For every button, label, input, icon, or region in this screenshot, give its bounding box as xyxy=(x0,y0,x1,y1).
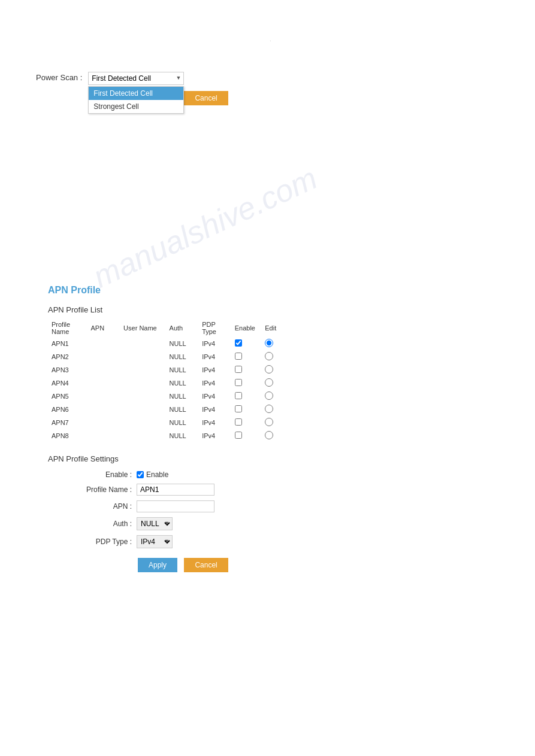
edit-radio-1[interactable] xyxy=(265,352,273,360)
table-header-row: Profile Name APN User Name Auth PDP Type… xyxy=(48,319,288,337)
power-scan-select-wrapper[interactable]: First Detected Cell Strongest Cell xyxy=(88,72,184,85)
edit-radio-4[interactable] xyxy=(265,391,273,400)
cell-profile-name: APN8 xyxy=(48,429,87,442)
dropdown-item-strongest[interactable]: Strongest Cell xyxy=(89,100,183,113)
profile-name-label: Profile Name : xyxy=(48,485,132,494)
cell-edit[interactable] xyxy=(261,350,288,363)
cell-enable[interactable] xyxy=(231,429,262,442)
cell-pdp-type: IPv4 xyxy=(198,337,231,350)
cell-edit[interactable] xyxy=(261,390,288,403)
edit-radio-3[interactable] xyxy=(265,378,273,387)
cell-enable[interactable] xyxy=(231,363,262,377)
cell-enable[interactable] xyxy=(231,416,262,429)
table-row: APN6 NULL IPv4 xyxy=(48,403,288,416)
power-scan-btn-row: Apply Cancel xyxy=(138,91,499,105)
table-row: APN3 NULL IPv4 xyxy=(48,363,288,377)
edit-radio-2[interactable] xyxy=(265,365,273,374)
enable-checkbox-3[interactable] xyxy=(235,379,242,386)
cell-edit[interactable] xyxy=(261,416,288,429)
enable-checkbox-4[interactable] xyxy=(235,392,242,399)
cell-auth: NULL xyxy=(166,337,199,350)
enable-checkbox-1[interactable] xyxy=(235,353,242,360)
cell-profile-name: APN3 xyxy=(48,363,87,377)
cell-user-name xyxy=(120,337,165,350)
power-scan-label: Power Scan : xyxy=(36,72,82,82)
power-scan-select[interactable]: First Detected Cell Strongest Cell xyxy=(88,72,184,85)
cell-apn xyxy=(87,350,120,363)
cell-user-name xyxy=(120,390,165,403)
table-row: APN5 NULL IPv4 xyxy=(48,390,288,403)
enable-checkbox-6[interactable] xyxy=(235,418,242,426)
cell-profile-name: APN2 xyxy=(48,350,87,363)
enable-label: Enable : xyxy=(48,470,132,479)
cell-pdp-type: IPv4 xyxy=(198,390,231,403)
apn-label: APN : xyxy=(48,502,132,511)
cell-auth: NULL xyxy=(166,429,199,442)
edit-radio-0[interactable] xyxy=(265,339,273,347)
cell-pdp-type: IPv4 xyxy=(198,416,231,429)
apn-profile-title: APN Profile xyxy=(48,285,499,296)
pdp-type-select-wrapper[interactable]: IPv4 IPv6 IPv4v6 xyxy=(137,535,173,548)
cell-user-name xyxy=(120,429,165,442)
cell-user-name xyxy=(120,363,165,377)
cell-user-name xyxy=(120,377,165,390)
th-user-name: User Name xyxy=(120,319,165,337)
th-pdp-type: PDP Type xyxy=(198,319,231,337)
cell-user-name xyxy=(120,403,165,416)
th-auth: Auth xyxy=(166,319,199,337)
auth-select-wrapper[interactable]: NULL PAP CHAP PAP/CHAP xyxy=(137,517,173,530)
edit-radio-5[interactable] xyxy=(265,405,273,413)
cell-enable[interactable] xyxy=(231,403,262,416)
cell-edit[interactable] xyxy=(261,403,288,416)
enable-checkbox-2[interactable] xyxy=(235,366,242,373)
dropdown-item-first-detected[interactable]: First Detected Cell xyxy=(89,87,183,100)
cell-profile-name: APN4 xyxy=(48,377,87,390)
cell-edit[interactable] xyxy=(261,363,288,377)
auth-label: Auth : xyxy=(48,520,132,528)
cell-enable[interactable] xyxy=(231,337,262,350)
cell-pdp-type: IPv4 xyxy=(198,403,231,416)
cell-pdp-type: IPv4 xyxy=(198,429,231,442)
cell-pdp-type: IPv4 xyxy=(198,350,231,363)
cell-auth: NULL xyxy=(166,377,199,390)
cell-edit[interactable] xyxy=(261,429,288,442)
table-row: APN2 NULL IPv4 xyxy=(48,350,288,363)
enable-checkbox[interactable] xyxy=(137,471,144,478)
cell-enable[interactable] xyxy=(231,377,262,390)
apn-settings-title: APN Profile Settings xyxy=(48,454,499,463)
settings-apply-button[interactable]: Apply xyxy=(138,558,177,572)
cell-apn xyxy=(87,429,120,442)
enable-checkbox-5[interactable] xyxy=(235,405,242,412)
th-edit: Edit xyxy=(261,319,288,337)
table-row: APN4 NULL IPv4 xyxy=(48,377,288,390)
profile-name-input[interactable] xyxy=(137,484,214,496)
cell-edit[interactable] xyxy=(261,337,288,350)
cell-profile-name: APN6 xyxy=(48,403,87,416)
pdp-type-select[interactable]: IPv4 IPv6 IPv4v6 xyxy=(137,535,173,548)
cell-profile-name: APN1 xyxy=(48,337,87,350)
edit-radio-7[interactable] xyxy=(265,431,273,439)
cell-apn xyxy=(87,377,120,390)
cell-auth: NULL xyxy=(166,416,199,429)
apn-settings-form: Enable : Enable Profile Name : APN : Aut… xyxy=(48,470,499,548)
apn-row: APN : xyxy=(48,500,499,512)
auth-row: Auth : NULL PAP CHAP PAP/CHAP xyxy=(48,517,499,530)
apn-input[interactable] xyxy=(137,500,214,512)
cell-enable[interactable] xyxy=(231,350,262,363)
edit-radio-6[interactable] xyxy=(265,418,273,426)
enable-checkbox-label: Enable xyxy=(146,470,168,479)
cell-enable[interactable] xyxy=(231,390,262,403)
cell-auth: NULL xyxy=(166,363,199,377)
cell-pdp-type: IPv4 xyxy=(198,377,231,390)
enable-checkbox-7[interactable] xyxy=(235,432,242,439)
settings-cancel-button[interactable]: Cancel xyxy=(184,558,228,572)
auth-select[interactable]: NULL PAP CHAP PAP/CHAP xyxy=(137,517,173,530)
power-scan-cancel-button[interactable]: Cancel xyxy=(184,91,228,105)
table-row: APN7 NULL IPv4 xyxy=(48,416,288,429)
th-apn: APN xyxy=(87,319,120,337)
th-profile-name: Profile Name xyxy=(48,319,87,337)
cell-apn xyxy=(87,390,120,403)
enable-checkbox-0[interactable] xyxy=(235,339,242,347)
apn-profile-table: Profile Name APN User Name Auth PDP Type… xyxy=(48,319,288,442)
cell-edit[interactable] xyxy=(261,377,288,390)
